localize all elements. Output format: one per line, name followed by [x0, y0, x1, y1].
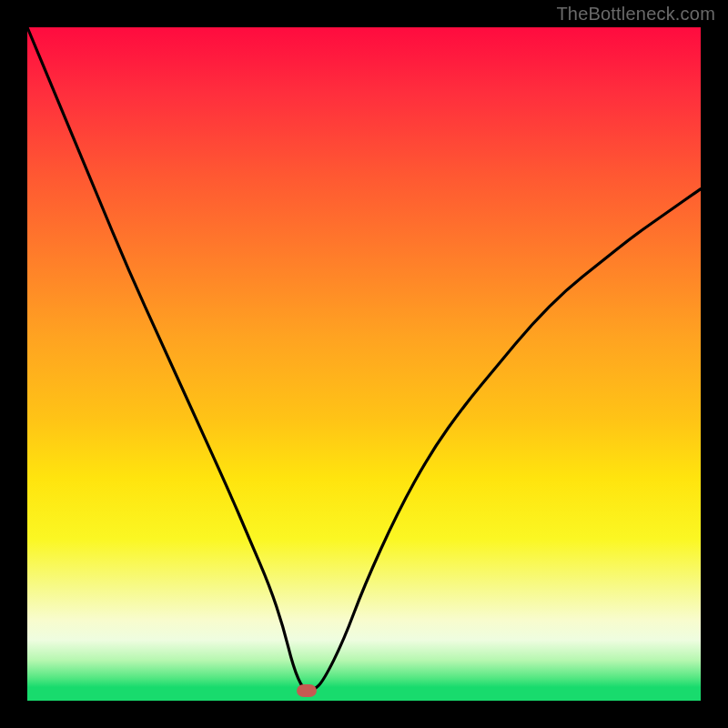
chart-frame: TheBottleneck.com — [0, 0, 728, 728]
watermark-text: TheBottleneck.com — [556, 4, 715, 25]
bottleneck-curve — [27, 27, 701, 701]
plot-area — [27, 27, 701, 701]
optimal-point-marker — [297, 684, 317, 697]
